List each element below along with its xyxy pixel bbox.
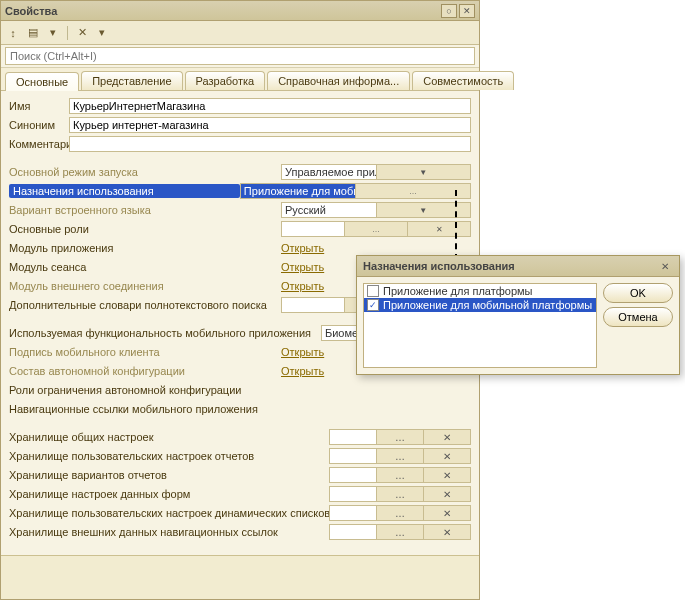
usage-combo[interactable]: Приложение для мобильной платформы… [240,183,471,199]
tab-help[interactable]: Справочная информа... [267,71,410,90]
st4-combo[interactable]: …✕ [329,486,471,502]
name-field[interactable] [69,98,471,114]
usage-list[interactable]: Приложение для платформы ✓ Приложение дл… [363,283,597,368]
toolbar: ↕ ▤ ▾ ✕ ▾ [1,21,479,45]
usage-label: Назначения использования [9,184,240,198]
st3-combo[interactable]: …✕ [329,467,471,483]
synonym-field[interactable] [69,117,471,133]
sessmod-open-link[interactable]: Открыть [281,261,324,273]
st2-combo[interactable]: …✕ [329,448,471,464]
mode-combo[interactable]: Управляемое приложение▼ [281,164,471,180]
comment-field[interactable] [69,136,471,152]
sessmod-label: Модуль сеанса [9,261,281,273]
st3-label: Хранилище вариантов отчетов [9,469,329,481]
lang-combo[interactable]: Русский▼ [281,202,471,218]
sign-open-link[interactable]: Открыть [281,346,324,358]
clear-icon[interactable]: ✕ [423,487,470,501]
checkbox-icon[interactable] [367,285,379,297]
clear-icon[interactable]: ✕ [423,430,470,444]
ellipsis-icon[interactable]: … [376,506,423,520]
popup-title: Назначения использования [363,260,657,272]
cancel-button[interactable]: Отмена [603,307,673,327]
checkbox-icon[interactable]: ✓ [367,299,379,311]
appmod-open-link[interactable]: Открыть [281,242,324,254]
close-icon[interactable]: ✕ [459,4,475,18]
st6-label: Хранилище внешних данных навигационных с… [9,526,329,538]
popup-close-icon[interactable]: ✕ [657,259,673,273]
tab-compat[interactable]: Совместимость [412,71,514,90]
tab-presentation[interactable]: Представление [81,71,182,90]
usage-option-platform[interactable]: Приложение для платформы [364,284,596,298]
ellipsis-icon[interactable]: … [376,525,423,539]
tab-dev[interactable]: Разработка [185,71,266,90]
tab-main[interactable]: Основные [5,72,79,91]
roles-label: Основные роли [9,223,281,235]
ellipsis-icon[interactable]: … [376,487,423,501]
pin-icon[interactable]: ○ [441,4,457,18]
nav-label: Навигационные ссылки мобильного приложен… [9,403,471,415]
clear-icon[interactable]: ✕ [407,222,470,236]
popup-titlebar: Назначения использования ✕ [357,256,679,277]
clear-icon[interactable]: ✕ [423,525,470,539]
roles-combo[interactable]: …✕ [281,221,471,237]
lang-label: Вариант встроенного языка [9,204,281,216]
search-input[interactable] [5,47,475,65]
ellipsis-icon[interactable]: … [355,184,470,198]
chevron-down-icon[interactable]: ▼ [376,165,471,179]
sign-label: Подпись мобильного клиента [9,346,281,358]
search-row [1,45,479,68]
st2-label: Хранилище пользовательских настроек отче… [9,450,329,462]
footer [1,555,479,599]
name-label: Имя [9,100,69,112]
usage-option-mobile[interactable]: ✓ Приложение для мобильной платформы [364,298,596,312]
st4-label: Хранилище настроек данных форм [9,488,329,500]
extmod-label: Модуль внешнего соединения [9,280,281,292]
auto-open-link[interactable]: Открыть [281,365,324,377]
panel-title: Свойства [5,5,439,17]
appmod-label: Модуль приложения [9,242,281,254]
ellipsis-icon[interactable]: … [376,430,423,444]
st1-combo[interactable]: …✕ [329,429,471,445]
dict-label: Дополнительные словари полнотекстового п… [9,299,281,311]
ellipsis-icon[interactable]: … [376,449,423,463]
synonym-label: Синоним [9,119,69,131]
usage-popup: Назначения использования ✕ Приложение дл… [356,255,680,375]
ellipsis-icon[interactable]: … [376,468,423,482]
auto-label: Состав автономной конфигурации [9,365,281,377]
st1-label: Хранилище общих настроек [9,431,329,443]
comment-label: Комментарий [9,138,69,150]
clear-icon[interactable]: ✕ [423,449,470,463]
st5-combo[interactable]: …✕ [329,505,471,521]
sort-icon[interactable]: ↕ [5,25,21,41]
dropdown-icon[interactable]: ▾ [45,25,61,41]
ellipsis-icon[interactable]: … [344,222,407,236]
categories-icon[interactable]: ▤ [25,25,41,41]
st5-label: Хранилище пользовательских настроек дина… [9,507,329,519]
tabs-row: Основные Представление Разработка Справо… [1,68,479,91]
roles2-label: Роли ограничения автономной конфигурации [9,384,471,396]
extmod-open-link[interactable]: Открыть [281,280,324,292]
ok-button[interactable]: OK [603,283,673,303]
menu-icon[interactable]: ▾ [94,25,110,41]
titlebar: Свойства ○ ✕ [1,1,479,21]
mode-label: Основной режим запуска [9,166,281,178]
clear-icon[interactable]: ✕ [423,468,470,482]
clear-icon[interactable]: ✕ [74,25,90,41]
st6-combo[interactable]: …✕ [329,524,471,540]
mobfunc-label: Используемая функциональность мобильного… [9,327,321,339]
clear-icon[interactable]: ✕ [423,506,470,520]
annotation-arrow [455,190,457,260]
